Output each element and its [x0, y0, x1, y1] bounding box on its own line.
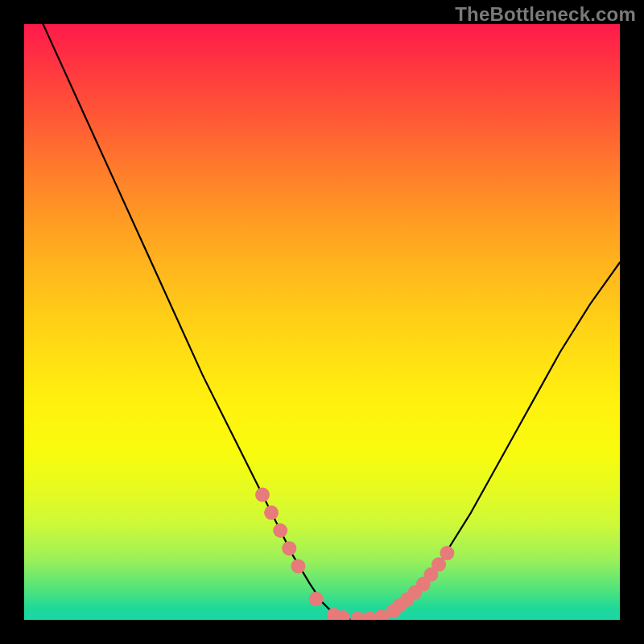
marker-dot	[255, 488, 270, 502]
plot-area	[24, 24, 620, 620]
chart-frame: TheBottleneck.com	[0, 0, 644, 644]
curve-line	[24, 24, 620, 620]
marker-dot	[440, 546, 454, 560]
marker-dot	[291, 559, 305, 573]
watermark-text: TheBottleneck.com	[455, 3, 636, 26]
curve-svg	[24, 24, 620, 620]
marker-dots	[255, 488, 454, 620]
marker-dot	[282, 541, 296, 555]
marker-dot	[309, 592, 324, 606]
marker-dot	[273, 523, 287, 538]
marker-dot	[264, 506, 279, 520]
